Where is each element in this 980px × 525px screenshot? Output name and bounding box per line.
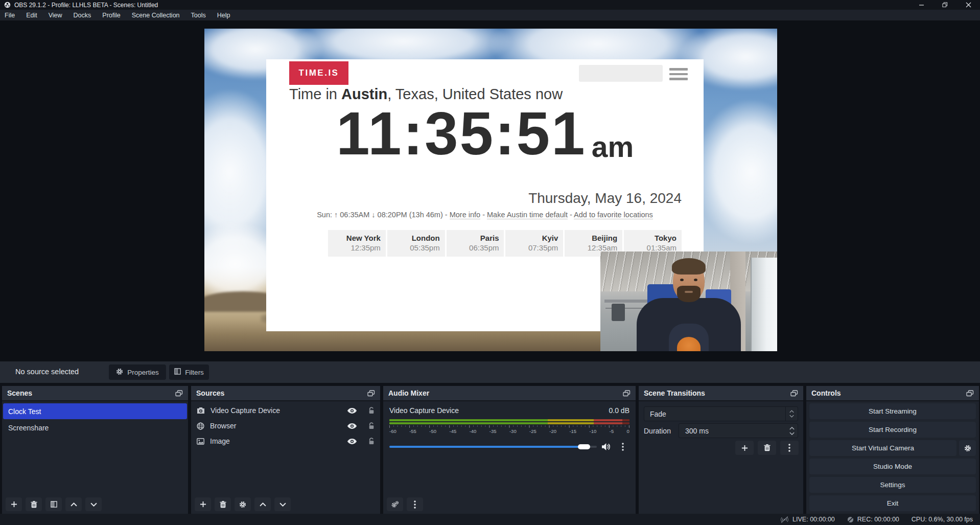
city-cell[interactable]: Paris06:35pm [447,230,504,257]
controls-dock: Controls Start Streaming Start Recording… [806,386,979,514]
search-input[interactable] [579,65,663,82]
mixer-kebab-menu-button[interactable] [616,440,629,453]
settings-button[interactable]: Settings [809,477,976,493]
remove-transition-button[interactable] [758,441,776,455]
program-canvas[interactable]: TIME.IS Time in Austin, Texas, United St… [204,29,777,351]
unlock-icon[interactable] [368,438,375,445]
audio-mixer-dock-header[interactable]: Audio Mixer [383,386,636,401]
live-status: LIVE: 00:00:00 [780,516,835,523]
menu-view[interactable]: View [43,12,68,19]
menu-file[interactable]: File [0,12,20,19]
exit-button[interactable]: Exit [809,495,976,511]
popout-icon[interactable] [790,390,798,397]
shirt-graphic [677,337,701,351]
filters-button[interactable]: Filters [169,364,209,380]
source-item-video-capture[interactable]: Video Capture Device [191,403,380,418]
duration-spinbox[interactable]: 300 ms [679,423,798,438]
visibility-eye-icon[interactable] [347,408,357,414]
start-virtual-camera-button[interactable]: Start Virtual Camera [809,440,956,456]
menu-scene-collection[interactable]: Scene Collection [126,12,185,19]
menu-bar: File Edit View Docks Profile Scene Colle… [0,10,980,20]
popout-icon[interactable] [966,390,974,397]
menu-profile[interactable]: Profile [97,12,126,19]
add-favorite-link[interactable]: Add to favorite locations [574,211,653,219]
virtual-camera-config-button[interactable] [959,440,976,456]
source-item-browser[interactable]: Browser [191,418,380,433]
menu-help[interactable]: Help [212,12,236,19]
filter-icon [174,368,181,376]
source-item-image[interactable]: Image [191,433,380,449]
volume-slider-track [389,446,597,448]
person-beard [677,286,701,302]
scene-filters-button[interactable] [45,497,62,511]
mixer-channel-name: Video Capture Device [389,406,459,415]
scene-transitions-dock-header[interactable]: Scene Transitions [639,386,803,401]
spin-arrows-icon[interactable] [789,427,795,435]
city-cell[interactable]: London05:35pm [387,230,445,257]
controls-dock-header[interactable]: Controls [806,386,979,401]
audio-mixer-dock: Audio Mixer Video Capture Device 0.0 dB … [383,386,636,514]
transitions-toolbar [735,441,799,455]
start-recording-button[interactable]: Start Recording [809,422,976,438]
visibility-eye-icon[interactable] [347,423,357,429]
mixer-menu-button[interactable] [407,497,423,511]
office-chair [612,304,625,321]
move-scene-up-button[interactable] [65,497,82,511]
globe-icon [197,422,204,430]
close-button[interactable] [956,0,980,10]
menu-edit[interactable]: Edit [20,12,43,19]
visibility-eye-icon[interactable] [347,439,357,444]
menu-tools[interactable]: Tools [185,12,212,19]
properties-button[interactable]: Properties [109,364,166,380]
scenes-dock: Scenes Clock Test Screenshare [2,386,188,514]
clock-meridiem: am [592,132,634,162]
person-eye [680,279,684,281]
advanced-audio-button[interactable] [387,497,403,511]
sources-dock-header[interactable]: Sources [191,386,380,401]
transition-select[interactable]: Fade [644,406,798,421]
restore-button[interactable] [933,0,956,10]
date-display: Thursday, May 16, 2024 [528,190,682,207]
preview-area: TIME.IS Time in Austin, Texas, United St… [0,20,980,361]
city-cell[interactable]: Kyiv07:35pm [505,230,563,257]
source-properties-button[interactable] [235,497,251,511]
scene-item-clock-test[interactable]: Clock Test [3,403,187,419]
scenes-dock-header[interactable]: Scenes [2,386,188,401]
unlock-icon[interactable] [368,422,375,429]
popout-icon[interactable] [175,390,183,397]
add-scene-button[interactable] [6,497,22,511]
volume-slider[interactable] [389,444,597,450]
more-info-link[interactable]: More info [450,211,480,219]
speaker-icon[interactable] [602,443,611,450]
office-table [604,300,647,303]
unlock-icon[interactable] [368,407,375,414]
scene-item-screenshare[interactable]: Screenshare [3,420,187,436]
meter-ruler [389,425,629,428]
minimize-button[interactable] [909,0,933,10]
menu-docks[interactable]: Docks [68,12,97,19]
hamburger-menu-icon[interactable] [669,68,688,80]
source-toolbar: No source selected Properties Filters [0,361,980,383]
start-streaming-button[interactable]: Start Streaming [809,403,976,419]
move-scene-down-button[interactable] [85,497,102,511]
office-window [751,258,777,351]
transition-properties-kebab-button[interactable] [780,441,799,455]
remove-source-button[interactable] [215,497,231,511]
combo-arrows-icon [785,407,798,421]
webcam-video-source[interactable] [600,252,777,351]
popout-icon[interactable] [623,390,631,397]
person-hair [672,258,706,275]
docks-area: Scenes Clock Test Screenshare Sources [0,383,980,514]
volume-slider-handle[interactable] [578,444,590,449]
studio-mode-button[interactable]: Studio Mode [809,459,976,474]
city-cell[interactable]: New York12:35pm [328,230,386,257]
popout-icon[interactable] [367,390,375,397]
add-transition-button[interactable] [735,441,754,455]
timeis-logo[interactable]: TIME.IS [289,61,348,85]
move-source-down-button[interactable] [274,497,291,511]
remove-scene-button[interactable] [26,497,42,511]
add-source-button[interactable] [195,497,211,511]
move-source-up-button[interactable] [254,497,271,511]
clock-digits: 11:35:51 [336,103,587,164]
make-default-link[interactable]: Make Austin time default [487,211,568,219]
